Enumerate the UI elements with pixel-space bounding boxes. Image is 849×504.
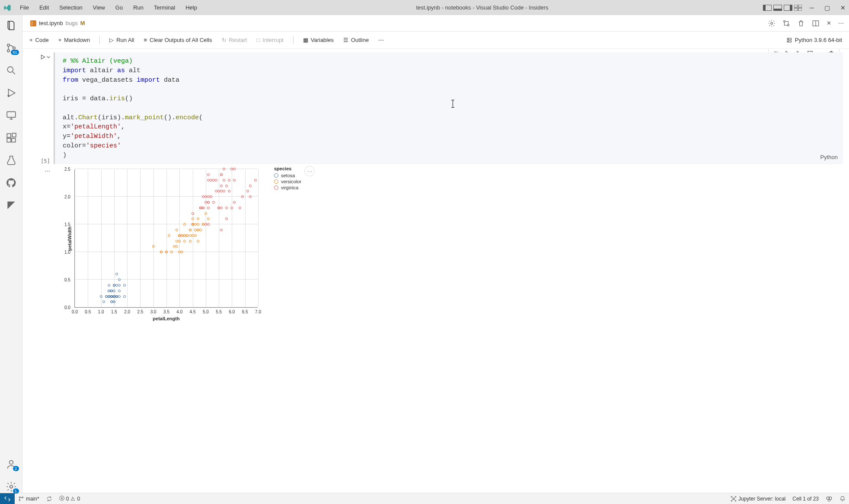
menu-selection[interactable]: Selection xyxy=(55,3,86,13)
legend-item-virginica: virginica xyxy=(274,185,301,190)
svg-point-17 xyxy=(32,22,32,22)
testing-icon[interactable] xyxy=(5,154,17,166)
svg-point-8 xyxy=(7,95,9,96)
svg-point-21 xyxy=(784,20,785,22)
svg-point-36 xyxy=(731,500,732,501)
restart-icon: ↻ xyxy=(222,37,227,43)
cell-language-label[interactable]: Python xyxy=(820,153,838,162)
tab-test-ipynb[interactable]: test.ipynb bugs M xyxy=(28,20,88,26)
editor-area: test.ipynb bugs M ✕ ⋯ +Code +Markdown ▷R… xyxy=(22,15,849,493)
run-all-icon: ▷ xyxy=(109,37,114,43)
add-markdown-button[interactable]: +Markdown xyxy=(58,37,90,43)
legend-item-setosa: setosa xyxy=(274,173,301,178)
feedback-icon[interactable] xyxy=(822,495,836,502)
cell-position-indicator[interactable]: Cell 1 of 23 xyxy=(789,495,822,502)
menu-run[interactable]: Run xyxy=(129,3,148,13)
interrupt-button[interactable]: □Interrupt xyxy=(256,37,283,43)
tab-modified-indicator: M xyxy=(80,20,85,26)
settings-icon[interactable]: 1 xyxy=(5,481,17,493)
run-debug-icon[interactable] xyxy=(5,87,17,99)
variables-button[interactable]: ▦Variables xyxy=(303,37,334,43)
activity-bar: 61 2 1 xyxy=(0,15,22,493)
code-cell[interactable]: ⋯ [5] # %% Altair (vega)import altair as… xyxy=(29,52,843,164)
svg-rect-12 xyxy=(12,138,16,142)
restart-button[interactable]: ↻Restart xyxy=(222,37,247,43)
status-bar: main* ⓧ0 ⚠0 Jupyter Server: local Cell 1… xyxy=(0,493,849,504)
add-code-button[interactable]: +Code xyxy=(29,37,49,43)
menu-terminal[interactable]: Terminal xyxy=(150,3,179,13)
maximize-button[interactable]: ▢ xyxy=(824,4,830,11)
remote-explorer-icon[interactable] xyxy=(5,109,17,121)
x-axis-label: petalLength xyxy=(153,316,179,321)
accounts-icon[interactable]: 2 xyxy=(5,458,17,470)
more-tab-actions-icon[interactable]: ⋯ xyxy=(838,20,844,26)
run-cell-button[interactable] xyxy=(40,54,50,60)
svg-rect-0 xyxy=(794,5,798,7)
warning-icon: ⚠ xyxy=(70,496,75,502)
svg-point-5 xyxy=(7,50,9,52)
svg-point-26 xyxy=(788,38,788,39)
tab-filename: test.ipynb xyxy=(39,20,63,26)
editor-tabs: test.ipynb bugs M ✕ ⋯ xyxy=(22,15,849,32)
window-title: test.ipynb - notebooks - Visual Studio C… xyxy=(201,4,763,11)
separator xyxy=(99,36,100,44)
kernel-selector[interactable]: Python 3.9.6 64-bit xyxy=(786,37,842,43)
remote-indicator[interactable] xyxy=(0,493,15,504)
svg-point-35 xyxy=(735,496,736,497)
menu-edit[interactable]: Edit xyxy=(35,3,53,13)
code-editor[interactable]: # %% Altair (vega)import altair as altfr… xyxy=(54,52,843,164)
server-icon xyxy=(786,37,792,43)
search-icon[interactable] xyxy=(5,64,17,77)
notifications-icon[interactable] xyxy=(836,495,849,502)
explorer-icon[interactable] xyxy=(5,19,17,32)
svg-point-14 xyxy=(9,460,13,464)
svg-point-30 xyxy=(19,497,20,498)
menu-bar: File Edit Selection View Go Run Terminal… xyxy=(16,3,201,13)
svg-point-34 xyxy=(731,496,732,497)
run-all-button[interactable]: ▷Run All xyxy=(109,37,134,43)
window-controls: ─ ▢ ✕ xyxy=(763,4,846,11)
problems-indicator[interactable]: ⓧ0 ⚠0 xyxy=(56,495,83,502)
menu-file[interactable]: File xyxy=(16,3,33,13)
svg-point-4 xyxy=(7,44,9,46)
vscode-insiders-icon xyxy=(3,4,11,12)
sync-indicator[interactable] xyxy=(43,496,56,502)
y-axis-label: petalWidth xyxy=(67,226,72,251)
menu-view[interactable]: View xyxy=(89,3,109,13)
svg-rect-2 xyxy=(794,8,798,11)
layout-bottom-icon[interactable] xyxy=(773,5,782,11)
split-editor-icon[interactable] xyxy=(812,19,820,27)
layout-right-icon[interactable] xyxy=(784,5,792,11)
extensions-icon[interactable] xyxy=(5,132,17,144)
svg-point-37 xyxy=(735,500,736,501)
layout-left-icon[interactable] xyxy=(763,5,772,11)
svg-point-18 xyxy=(32,23,32,24)
scatter-plot: petalLength petalWidth 0.00.51.01.52.02.… xyxy=(74,169,258,308)
minimize-button[interactable]: ─ xyxy=(810,4,814,11)
menu-go[interactable]: Go xyxy=(111,3,127,13)
outline-button[interactable]: ☰Outline xyxy=(343,37,369,43)
close-tab-icon[interactable]: ✕ xyxy=(827,20,831,26)
github-icon[interactable] xyxy=(5,177,17,189)
branch-indicator[interactable]: main* xyxy=(15,496,43,502)
menu-help[interactable]: Help xyxy=(181,3,201,13)
clear-outputs-button[interactable]: ≡Clear Outputs of All Cells xyxy=(144,37,212,43)
bookmark-icon[interactable] xyxy=(5,199,17,211)
notebook-toolbar: +Code +Markdown ▷Run All ≡Clear Outputs … xyxy=(22,32,849,49)
close-button[interactable]: ✕ xyxy=(840,4,846,11)
svg-rect-10 xyxy=(7,134,11,137)
clear-icon: ≡ xyxy=(144,37,147,43)
trash-icon[interactable] xyxy=(797,19,805,27)
configure-icon[interactable] xyxy=(768,19,776,27)
svg-rect-13 xyxy=(12,133,16,137)
diff-icon[interactable] xyxy=(782,19,790,27)
jupyter-server-indicator[interactable]: Jupyter Server: local xyxy=(727,495,789,502)
svg-point-19 xyxy=(32,24,32,25)
layout-customize-icon[interactable] xyxy=(794,5,803,11)
more-toolbar-icon[interactable]: ⋯ xyxy=(378,37,384,43)
output-menu-icon[interactable]: ⋯ xyxy=(45,168,50,326)
notebook-body[interactable]: ⋯ [5] # %% Altair (vega)import altair as… xyxy=(22,49,849,493)
source-control-icon[interactable]: 61 xyxy=(5,42,17,54)
chart-options-icon[interactable]: ⋯ xyxy=(304,166,315,176)
svg-point-27 xyxy=(788,41,788,41)
